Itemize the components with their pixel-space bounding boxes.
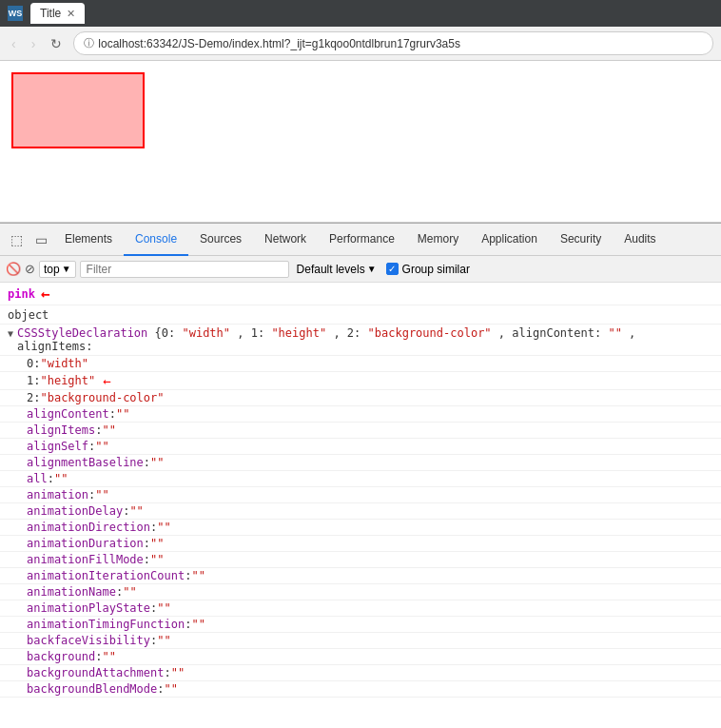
expand-icon[interactable]: ▼ — [8, 328, 13, 339]
context-dropdown-icon: ▼ — [62, 264, 71, 274]
prop-0-width: 0: "width" — [0, 356, 721, 372]
prop-backgroundBlendMode: backgroundBlendMode: "" — [0, 681, 721, 698]
filter-icon[interactable]: ⊘ — [25, 262, 35, 276]
context-select[interactable]: top ▼ — [39, 261, 76, 278]
prop-animationTimingFunction: animationTimingFunction: "" — [0, 617, 721, 633]
pink-box — [11, 72, 145, 148]
prop-all: all: "" — [0, 471, 721, 487]
tab-network[interactable]: Network — [253, 224, 318, 256]
browser-chrome: WS Title ✕ — [0, 0, 721, 27]
console-line-object: object — [0, 305, 721, 325]
tab-sources[interactable]: Sources — [188, 224, 253, 256]
browser-tab[interactable]: Title ✕ — [30, 3, 85, 24]
nav-refresh-button[interactable]: ↻ — [47, 34, 66, 53]
default-levels-label: Default levels — [297, 263, 365, 276]
prop-animationName: animationName: "" — [0, 584, 721, 600]
tab-console[interactable]: Console — [124, 224, 188, 256]
prop-alignItems: alignItems: "" — [0, 423, 721, 439]
prop-backfaceVisibility: backfaceVisibility: "" — [0, 633, 721, 649]
group-similar-toggle[interactable]: ✓ Group similar — [386, 263, 470, 276]
devtools-toolbar: 🚫 ⊘ top ▼ Default levels ▼ ✓ Group simil… — [0, 256, 721, 283]
console-line-pink: pink ← — [0, 283, 721, 305]
prop-background: background: "" — [0, 649, 721, 665]
group-similar-label: Group similar — [402, 263, 470, 276]
css-declaration-text: CSSStyleDeclaration {0: "width" , 1: "he… — [17, 326, 713, 353]
url-text: localhost:63342/JS-Demo/index.html?_ijt=… — [98, 37, 460, 50]
nav-forward-button[interactable]: › — [28, 34, 40, 53]
default-levels-select[interactable]: Default levels ▼ — [297, 263, 377, 276]
console-value-object: object — [8, 308, 49, 322]
secure-icon: ⓘ — [84, 36, 94, 50]
default-levels-dropdown-icon: ▼ — [367, 264, 377, 274]
device-icon[interactable]: ▭ — [29, 227, 53, 252]
devtools-tabs: ⬚ ▭ Elements Console Sources Network Per… — [0, 224, 721, 256]
prop-animationDuration: animationDuration: "" — [0, 536, 721, 552]
prop-alignContent: alignContent: "" — [0, 406, 721, 423]
filter-input[interactable] — [80, 261, 289, 278]
tab-close-icon[interactable]: ✕ — [67, 8, 75, 20]
console-value-pink: pink — [8, 287, 35, 301]
tab-audits[interactable]: Audits — [613, 224, 667, 256]
address-bar: ‹ › ↻ ⓘ localhost:63342/JS-Demo/index.ht… — [0, 27, 721, 61]
prop-animationFillMode: animationFillMode: "" — [0, 552, 721, 568]
tab-performance[interactable]: Performance — [318, 224, 406, 256]
arrow-right-1: ← — [41, 285, 50, 303]
prop-animation: animation: "" — [0, 487, 721, 503]
tab-memory[interactable]: Memory — [406, 224, 470, 256]
tab-elements[interactable]: Elements — [53, 224, 124, 256]
prop-backgroundAttachment: backgroundAttachment: "" — [0, 665, 721, 681]
tab-title: Title — [40, 7, 61, 20]
prop-2-bg-color: 2: "background-color" — [0, 390, 721, 406]
group-similar-checkbox[interactable]: ✓ — [386, 263, 399, 275]
inspect-icon[interactable]: ⬚ — [4, 227, 29, 252]
nav-back-button[interactable]: ‹ — [8, 34, 20, 53]
tab-application[interactable]: Application — [470, 224, 549, 256]
arrow-right-2: ← — [103, 373, 110, 388]
prop-animationDelay: animationDelay: "" — [0, 503, 721, 520]
url-bar[interactable]: ⓘ localhost:63342/JS-Demo/index.html?_ij… — [73, 31, 713, 55]
prop-alignSelf: alignSelf: "" — [0, 439, 721, 455]
console-output: pink ← object ▼ CSSStyleDeclaration {0: … — [0, 283, 721, 698]
page-content — [0, 61, 721, 223]
prop-1-height: 1: "height" ← — [0, 372, 721, 390]
prop-alignmentBaseline: alignmentBaseline: "" — [0, 455, 721, 471]
browser-favicon: WS — [8, 6, 23, 21]
prop-animationDirection: animationDirection: "" — [0, 520, 721, 536]
devtools-panel: ⬚ ▭ Elements Console Sources Network Per… — [0, 223, 721, 698]
context-value: top — [44, 263, 60, 276]
prop-animationIterationCount: animationIterationCount: "" — [0, 568, 721, 584]
css-declaration-header: ▼ CSSStyleDeclaration {0: "width" , 1: "… — [0, 325, 721, 356]
clear-console-icon[interactable]: 🚫 — [6, 262, 21, 276]
tab-security[interactable]: Security — [549, 224, 613, 256]
prop-animationPlayState: animationPlayState: "" — [0, 600, 721, 617]
